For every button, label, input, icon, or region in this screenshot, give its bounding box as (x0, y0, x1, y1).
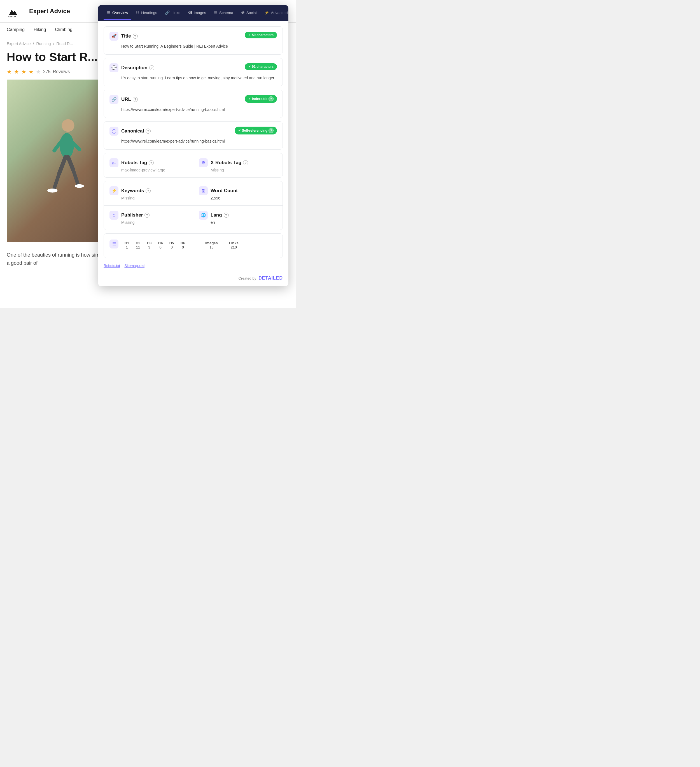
nav-links[interactable]: 🔗 Links (162, 6, 184, 20)
breadcrumb-sep-2: / (53, 41, 54, 46)
h6-value: 0 (182, 245, 184, 249)
detailed-logo: DETAILED (259, 276, 283, 281)
lang-col: 🌐 Lang ? en (193, 205, 283, 230)
sitemap-xml-link[interactable]: Sitemap.xml (125, 264, 145, 268)
runner-svg (40, 110, 91, 211)
nav-advanced-label: Advanced (271, 11, 287, 15)
h5-col: H5 0 (166, 241, 177, 249)
publisher-label-row: 🗒 Publisher ? (110, 211, 187, 220)
svg-point-13 (75, 184, 84, 188)
h1-value: 1 (126, 245, 128, 249)
headings-summary-card: ☰ H1 1 H2 11 H3 3 H4 (103, 233, 283, 258)
h2-label: H2 (136, 241, 141, 245)
keywords-help-icon[interactable]: ? (146, 188, 151, 193)
nav-links-label: Links (171, 11, 180, 15)
robots-tag-label: Robots Tag ? (121, 160, 154, 165)
links-summary-label: Links (229, 241, 238, 245)
breadcrumb-item-2[interactable]: Running (37, 41, 51, 46)
breadcrumb-item-1[interactable]: Expert Advice (7, 41, 31, 46)
robots-tag-help-icon[interactable]: ? (149, 160, 154, 165)
h1-col: H1 1 (121, 241, 132, 249)
overview-icon: ☰ (107, 10, 111, 15)
url-label: URL ? (121, 97, 138, 102)
meta-top-row: ⚡ Keywords ? Missing 🖹 Word Count (104, 181, 283, 205)
nav-social[interactable]: ☢ Social (238, 6, 260, 20)
lang-label-row: 🌐 Lang ? (199, 211, 277, 220)
word-count-label: Word Count (211, 188, 238, 194)
lang-label: Lang ? (211, 212, 229, 218)
word-count-label-row: 🖹 Word Count (199, 186, 277, 195)
url-value: https://www.rei.com/learn/expert-advice/… (121, 107, 277, 113)
h4-col: H4 0 (155, 241, 166, 249)
publisher-help-icon[interactable]: ? (144, 213, 149, 218)
meta-card: ⚡ Keywords ? Missing 🖹 Word Count (103, 181, 283, 230)
canonical-badge-help[interactable]: ? (268, 128, 273, 133)
star-5-empty: ★ (36, 68, 41, 75)
nav-schema-label: Schema (219, 11, 233, 15)
nav-overview[interactable]: ☰ Overview (103, 6, 131, 20)
canonical-card-header: ◯ Canonical ? ✓ Self-referencing ? (110, 127, 277, 135)
h6-label: H6 (181, 241, 185, 245)
description-help-icon[interactable]: ? (149, 65, 154, 70)
nav-social-label: Social (246, 11, 257, 15)
x-robots-tag-value: Missing (211, 168, 277, 172)
star-1: ★ (7, 68, 12, 75)
panel-nav: ☰ Overview ☷ Headings 🔗 Links 🖼 Images ☰… (98, 5, 288, 21)
svg-point-4 (62, 119, 75, 132)
keywords-col: ⚡ Keywords ? Missing (104, 181, 193, 205)
svg-line-11 (73, 170, 78, 185)
canonical-card: ◯ Canonical ? ✓ Self-referencing ? https… (103, 121, 283, 150)
social-icon: ☢ (241, 10, 245, 15)
nav-advanced[interactable]: ⚡ Advanced (261, 6, 288, 20)
svg-text:CO-OP: CO-OP (8, 15, 16, 18)
star-4-half: ★ (29, 68, 33, 75)
h5-value: 0 (170, 245, 173, 249)
review-count: 275 (43, 69, 51, 74)
canonical-badge: ✓ Self-referencing ? (235, 127, 277, 134)
title-help-icon[interactable]: ? (133, 33, 138, 39)
nav-camping[interactable]: Camping (7, 27, 25, 32)
links-summary-value: 210 (231, 245, 237, 249)
nav-headings[interactable]: ☷ Headings (132, 6, 160, 20)
robots-tag-col: 🏷 Robots Tag ? max-image-preview:large (104, 153, 193, 177)
robots-tag-icon: 🏷 (110, 158, 118, 167)
h2-value: 11 (136, 245, 140, 249)
svg-point-5 (60, 133, 74, 158)
nav-hiking[interactable]: Hiking (33, 27, 46, 32)
url-help-icon[interactable]: ? (133, 97, 138, 102)
schema-icon: ☰ (214, 10, 217, 15)
nav-schema[interactable]: ☰ Schema (211, 6, 237, 20)
description-label: Description ? (121, 65, 154, 71)
panel-body: 🚀 Title ? ✓ 59 characters How to Start R… (98, 21, 288, 264)
canonical-help-icon[interactable]: ? (146, 129, 151, 134)
keywords-label-row: ⚡ Keywords ? (110, 186, 187, 195)
publisher-label: Publisher ? (121, 212, 149, 218)
x-robots-tag-help-icon[interactable]: ? (243, 160, 248, 165)
x-robots-tag-label: X-Robots-Tag ? (211, 160, 248, 165)
breadcrumb-item-3: Road R... (57, 41, 73, 46)
h2-col: H2 11 (132, 241, 144, 249)
robots-two-col: 🏷 Robots Tag ? max-image-preview:large ⚙… (104, 153, 283, 177)
h1-label: H1 (125, 241, 129, 245)
rei-logo-icon: CO-OP REI (7, 5, 20, 18)
url-badge: ✓ Indexable ? (245, 95, 277, 103)
robots-txt-link[interactable]: Robots.txt (103, 264, 120, 268)
title-card-header: 🚀 Title ? ✓ 59 characters (110, 32, 277, 41)
canonical-value: https://www.rei.com/learn/expert-advice/… (121, 138, 277, 144)
lang-help-icon[interactable]: ? (224, 213, 229, 218)
keywords-value: Missing (121, 196, 187, 200)
h3-value: 3 (148, 245, 150, 249)
h5-label: H5 (170, 241, 174, 245)
description-card-header: 💬 Description ? ✓ 91 characters (110, 63, 277, 72)
svg-text:REI: REI (10, 6, 16, 11)
seo-panel: ☰ Overview ☷ Headings 🔗 Links 🖼 Images ☰… (98, 5, 288, 286)
title-label: Title ? (121, 33, 138, 39)
x-robots-tag-icon: ⚙ (199, 158, 208, 167)
word-count-icon: 🖹 (199, 186, 208, 195)
star-3: ★ (21, 68, 26, 75)
links-icon: 🔗 (165, 10, 170, 15)
nav-images[interactable]: 🖼 Images (185, 6, 210, 20)
links-summary-col: Links 210 (229, 241, 238, 249)
nav-climbing[interactable]: Climbing (55, 27, 73, 32)
url-badge-help[interactable]: ? (268, 96, 273, 102)
